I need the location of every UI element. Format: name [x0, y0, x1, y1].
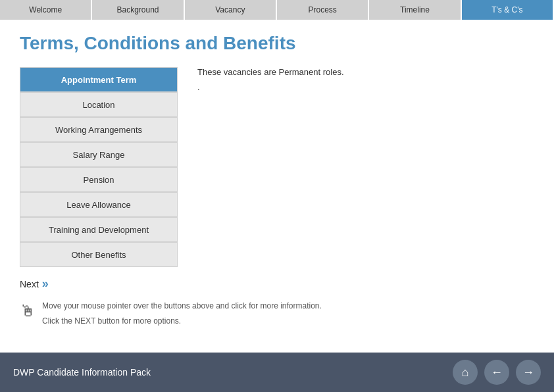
help-area: 🖱 Move your mouse pointer over the butto…	[20, 301, 534, 331]
main-content: Terms, Conditions and Benefits Appointme…	[0, 20, 554, 344]
next-button-area[interactable]: Next »	[20, 277, 534, 291]
footer: DWP Candidate Information Pack ⌂ ← →	[0, 353, 554, 392]
right-panel: These vacancies are Permanent roles. .	[191, 67, 534, 267]
sidebar-item-other-benefits[interactable]: Other Benefits	[20, 242, 178, 267]
sidebar-item-appointment-term[interactable]: Appointment Term	[20, 67, 178, 92]
hand-icon: 🖱	[20, 302, 36, 320]
content-paragraph-2: .	[197, 82, 534, 92]
nav-tab-background[interactable]: Background	[92, 0, 184, 20]
page-title: Terms, Conditions and Benefits	[20, 33, 534, 54]
next-label: Next	[20, 279, 39, 289]
help-instruction-2: Click the NEXT button for more options.	[42, 316, 322, 327]
next-arrows-icon: »	[42, 277, 49, 291]
sidebar-item-working-arrangements[interactable]: Working Arrangements	[20, 117, 178, 142]
footer-navigation: ⌂ ← →	[453, 360, 541, 385]
nav-tab-vacancy[interactable]: Vacancy	[185, 0, 277, 20]
nav-tab-timeline[interactable]: Timeline	[369, 0, 461, 20]
sidebar-item-location[interactable]: Location	[20, 92, 178, 117]
content-paragraph-1: These vacancies are Permanent roles.	[197, 67, 534, 77]
sidebar-item-pension[interactable]: Pension	[20, 167, 178, 192]
forward-button[interactable]: →	[516, 360, 541, 385]
content-row: Appointment Term Location Working Arrang…	[20, 67, 534, 267]
nav-tab-process[interactable]: Process	[277, 0, 369, 20]
sidebar-item-leave-allowance[interactable]: Leave Allowance	[20, 192, 178, 217]
help-text: Move your mouse pointer over the buttons…	[42, 301, 322, 331]
home-icon: ⌂	[462, 366, 469, 380]
forward-icon: →	[522, 366, 534, 380]
top-navigation: Welcome Background Vacancy Process Timel…	[0, 0, 554, 20]
help-instruction-1: Move your mouse pointer over the buttons…	[42, 301, 322, 312]
back-button[interactable]: ←	[484, 360, 509, 385]
nav-tab-welcome[interactable]: Welcome	[0, 0, 92, 20]
sidebar-item-training-development[interactable]: Training and Development	[20, 217, 178, 242]
footer-title: DWP Candidate Information Pack	[13, 367, 151, 378]
sidebar-menu: Appointment Term Location Working Arrang…	[20, 67, 178, 267]
nav-tab-tcs[interactable]: T's & C's	[462, 0, 554, 20]
home-button[interactable]: ⌂	[453, 360, 478, 385]
back-icon: ←	[491, 366, 503, 380]
sidebar-item-salary-range[interactable]: Salary Range	[20, 142, 178, 167]
